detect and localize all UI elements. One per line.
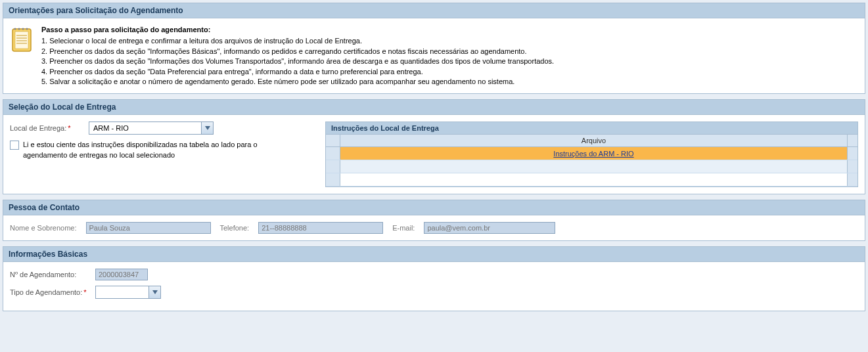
instructions-text: Passo a passo para solicitação do agenda… [41,25,554,87]
instructions-title: Passo a passo para solicitação do agenda… [41,25,554,35]
instructions-step: 3. Preencher os dados da seção "Informaç… [41,56,554,66]
instrucoes-grid-header: Instruções do Local de Entrega [325,121,858,134]
dropdown-arrow-icon [148,286,160,298]
svg-rect-1 [15,32,28,49]
instructions-step: 1. Selecionar o local de entrega e confi… [41,36,554,46]
nome-field: Paula Souza [86,222,211,234]
instrucoes-checkbox-label: Li e estou ciente das instruções disponi… [23,140,260,160]
telefone-label: Telefone: [220,224,250,232]
instructions-step: 5. Salvar a solicitação e anotar o númer… [41,77,554,87]
local-entrega-dropdown[interactable]: ARM - RIO [89,121,214,135]
svg-point-6 [14,28,16,30]
grid-corner [326,135,340,146]
table-row[interactable]: Instruções do ARM - RIO [326,147,857,160]
instructions-step: 2. Preencher os dados da seção "Informaç… [41,47,554,56]
tipo-agendamento-label: Tipo de Agendamento:* [10,288,95,296]
row-selector[interactable] [326,173,340,186]
svg-point-7 [18,28,20,30]
email-field: paula@vem.com.br [424,222,555,234]
panel-contato-header: Pessoa de Contato [3,200,865,215]
nome-label: Nome e Sobrenome: [10,224,77,232]
instructions-step: 4. Preencher os dados da seção "Data Pre… [41,67,554,77]
instrucoes-grid: Arquivo Instruções do ARM - RIO [325,134,858,187]
dropdown-arrow-icon [201,122,213,134]
scrollbar[interactable] [847,147,857,160]
num-agendamento-field: 2000003847 [95,269,148,280]
panel-selecao-local: Seleção do Local de Entrega Local de Ent… [3,99,865,194]
panel-informacoes-basicas: Informações Básicas Nº de Agendamento: 2… [3,246,865,311]
scrollbar[interactable] [847,160,857,173]
local-entrega-value: ARM - RIO [89,124,201,132]
row-selector[interactable] [326,160,340,173]
instrucoes-link[interactable]: Instruções do ARM - RIO [553,150,633,158]
svg-point-9 [26,28,28,30]
panel-pessoa-contato: Pessoa de Contato Nome e Sobrenome: Paul… [3,200,865,241]
panel-selecao-header: Seleção do Local de Entrega [3,100,865,115]
email-label: E-mail: [392,224,415,232]
grid-column-arquivo: Arquivo [340,135,847,146]
scroll-down-button[interactable] [847,173,857,186]
num-agendamento-label: Nº de Agendamento: [10,271,95,278]
local-entrega-label: Local de Entrega:* [10,124,89,132]
panel-basicas-header: Informações Básicas [3,247,865,262]
svg-point-8 [22,28,24,30]
tipo-agendamento-dropdown[interactable] [95,286,161,299]
panel-orientacoes-header: Orientações para Solicitação do Agendame… [3,3,865,18]
table-row [326,173,857,187]
table-row [326,160,857,173]
row-selector[interactable] [326,147,340,160]
telefone-field: 21--88888888 [258,222,383,234]
instrucoes-checkbox[interactable] [10,141,19,150]
panel-orientacoes: Orientações para Solicitação do Agendame… [3,3,865,94]
notepad-icon [10,25,34,54]
scroll-up-button[interactable] [847,135,857,146]
